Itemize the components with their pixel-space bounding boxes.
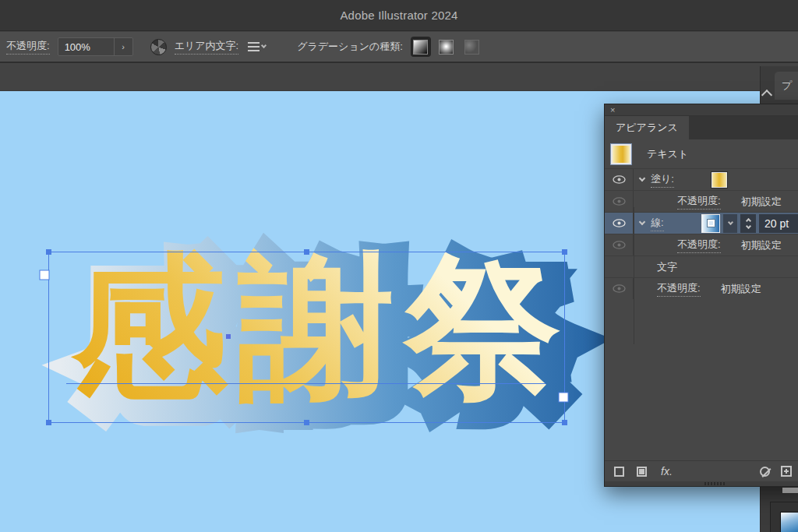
fill-row-label[interactable]: 塗り:: [651, 172, 674, 188]
char-opacity-value[interactable]: 初期設定: [721, 282, 761, 296]
chevron-down-icon[interactable]: [639, 219, 645, 225]
center-anchor[interactable]: [226, 334, 231, 339]
document-tab-strip: [0, 65, 798, 91]
gradient-type-buttons: [411, 37, 482, 57]
eye-icon: [613, 241, 626, 249]
selection-handle-white[interactable]: [559, 393, 568, 402]
fill-gradient-swatch[interactable]: [711, 172, 727, 188]
app-window: Adobe Illustrator 2024 不透明度: 100% › エリア内…: [0, 0, 798, 532]
panel-header-strip: ×: [605, 104, 798, 116]
selection-handle-white[interactable]: [40, 270, 49, 280]
chevron-down-icon[interactable]: [639, 175, 645, 181]
gradient-preview-swatch[interactable]: [780, 512, 798, 532]
freeform-gradient-button[interactable]: [462, 37, 482, 57]
text-gradient-thumbnail: [611, 144, 631, 164]
gradient-panel-fragment: [770, 502, 798, 532]
appearance-row-stroke[interactable]: 線: 20 pt: [605, 212, 798, 234]
opacity-label[interactable]: 不透明度:: [6, 39, 50, 55]
appearance-row-characters[interactable]: 文字: [605, 255, 798, 277]
tab-properties[interactable]: プ: [775, 72, 798, 100]
eye-icon: [613, 284, 626, 293]
artwork-text[interactable]: 感謝祭: [70, 236, 572, 417]
fill-opacity-value[interactable]: 初期設定: [741, 195, 782, 209]
eye-icon: [613, 219, 626, 227]
panel-resize-grip[interactable]: [605, 481, 798, 486]
gradient-panel-tag: [782, 488, 798, 493]
freeform-gradient-icon: [464, 40, 479, 55]
tab-appearance[interactable]: アピアランス: [605, 116, 689, 139]
title-bar: Adobe Illustrator 2024: [0, 0, 798, 31]
stroke-gradient-swatch[interactable]: [701, 214, 720, 233]
add-new-stroke-button[interactable]: [614, 467, 624, 477]
close-icon[interactable]: ×: [610, 106, 615, 115]
selection-handle[interactable]: [562, 420, 567, 425]
gradient-type-label: グラデーションの種類:: [297, 40, 403, 54]
fill-opacity-label[interactable]: 不透明度:: [677, 194, 721, 210]
stroke-opacity-label[interactable]: 不透明度:: [677, 238, 721, 253]
control-bar: 不透明度: 100% › エリア内文字: グラデーションの種類:: [0, 32, 798, 63]
panel-footer: fx.: [605, 460, 798, 481]
eye-icon: [613, 175, 626, 184]
stroke-row-label[interactable]: 線:: [651, 216, 664, 231]
appearance-row-text[interactable]: テキスト: [605, 139, 798, 168]
opacity-input[interactable]: 100% ›: [58, 37, 133, 56]
appearance-row-char-opacity[interactable]: 不透明度: 初期設定: [605, 277, 798, 299]
visibility-toggle[interactable]: [605, 234, 634, 255]
appearance-row-fill-opacity[interactable]: 不透明度: 初期設定: [605, 190, 798, 212]
window-title: Adobe Illustrator 2024: [340, 9, 457, 22]
stroke-opacity-value[interactable]: 初期設定: [741, 238, 782, 252]
selection-handle[interactable]: [562, 249, 567, 255]
visibility-toggle[interactable]: [605, 278, 634, 299]
text-row-label: テキスト: [647, 147, 688, 161]
visibility-toggle[interactable]: [605, 191, 634, 212]
radial-gradient-button[interactable]: [436, 37, 457, 57]
opacity-dropdown-button[interactable]: ›: [114, 38, 132, 55]
add-effect-button[interactable]: fx.: [661, 465, 673, 477]
eye-icon: [613, 197, 626, 206]
appearance-panel: × アピアランス テキスト 塗り:: [604, 104, 798, 487]
selection-handle[interactable]: [46, 420, 51, 425]
text-options-menu-button[interactable]: [248, 42, 266, 51]
area-type-label[interactable]: エリア内文字:: [175, 39, 239, 55]
selection-handle[interactable]: [304, 420, 309, 425]
appearance-row-stroke-opacity[interactable]: 不透明度: 初期設定: [605, 234, 798, 255]
linear-gradient-icon: [413, 40, 428, 55]
duplicate-item-button[interactable]: [781, 466, 792, 477]
sphere-icon: [150, 39, 167, 55]
linear-gradient-button[interactable]: [411, 37, 431, 57]
selection-handle[interactable]: [46, 249, 51, 255]
panel-tab-bar: アピアランス: [605, 116, 798, 139]
collapse-dock-icon[interactable]: [761, 90, 772, 100]
visibility-toggle[interactable]: [605, 169, 634, 190]
chevron-down-icon: [261, 43, 267, 48]
appearance-row-fill[interactable]: 塗り:: [605, 168, 798, 190]
add-new-fill-button[interactable]: [637, 467, 647, 477]
hamburger-icon: [248, 42, 260, 51]
stroke-weight-stepper[interactable]: [740, 214, 756, 233]
visibility-spacer: [605, 256, 634, 277]
characters-row-label[interactable]: 文字: [657, 260, 677, 274]
visibility-toggle[interactable]: [605, 213, 634, 234]
char-opacity-label[interactable]: 不透明度:: [657, 281, 701, 297]
stroke-swatch-dropdown[interactable]: [723, 214, 737, 233]
stroke-indicator-icon: [708, 220, 715, 227]
selection-handle[interactable]: [304, 249, 309, 255]
opacity-value[interactable]: 100%: [58, 41, 114, 53]
clear-appearance-button[interactable]: [760, 467, 770, 477]
radial-gradient-icon: [439, 40, 454, 55]
stroke-weight-value[interactable]: 20 pt: [759, 214, 798, 233]
